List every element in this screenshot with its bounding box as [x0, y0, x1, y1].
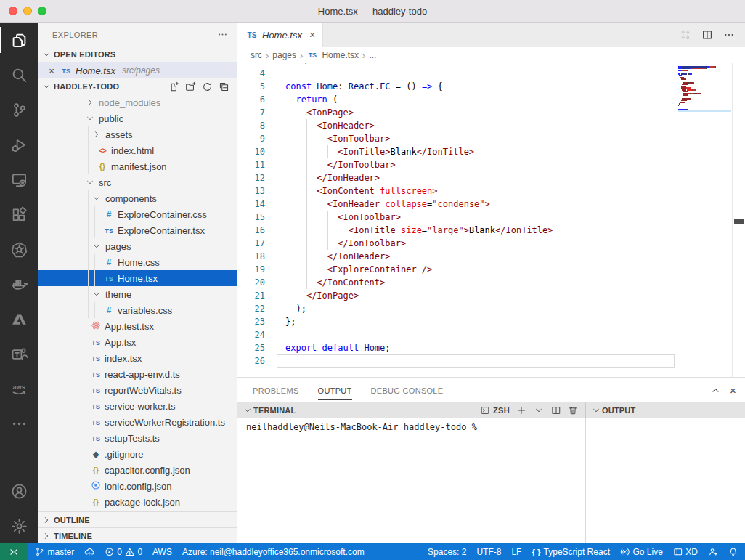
activity-item-run-and-debug[interactable]: [0, 127, 38, 162]
breadcrumb-item[interactable]: src: [251, 50, 262, 60]
open-editors-header[interactable]: OPEN EDITORS: [38, 46, 237, 62]
notifications-status[interactable]: [728, 547, 738, 557]
indentation-status[interactable]: Spaces: 2: [428, 547, 466, 557]
tree-folder-pages[interactable]: pages: [38, 238, 237, 254]
close-tab-icon[interactable]: ×: [309, 29, 315, 41]
tree-file-ionic-config-json[interactable]: ionic.config.json: [38, 478, 237, 494]
activity-item-remote-explorer[interactable]: [0, 162, 38, 197]
tree-file-explorecontainer-css[interactable]: #ExploreContainer.css: [38, 206, 237, 222]
activity-item-accounts[interactable]: [0, 474, 38, 508]
kill-terminal-icon[interactable]: [568, 405, 578, 415]
problems-status[interactable]: 00: [105, 547, 142, 557]
remote-indicator[interactable]: [0, 543, 28, 560]
tree-file-serviceworkerregistration-ts[interactable]: TSserviceWorkerRegistration.ts: [38, 414, 237, 430]
activity-item-more-views[interactable]: [0, 406, 38, 441]
xd-status[interactable]: XD: [673, 547, 698, 557]
tree-folder-node-modules[interactable]: node_modules: [38, 94, 237, 110]
tree-file-app-tsx[interactable]: TSApp.tsx: [38, 334, 237, 350]
eol-status[interactable]: LF: [511, 547, 521, 557]
activity-item-explorer[interactable]: [0, 23, 38, 57]
tree-file-service-worker-ts[interactable]: TSservice-worker.ts: [38, 398, 237, 414]
code-line-7[interactable]: 7 <IonPage>: [237, 106, 675, 119]
feedback-status[interactable]: [708, 547, 718, 557]
code-line-8[interactable]: 8 <IonHeader>: [237, 119, 675, 132]
tree-file-setuptests-ts[interactable]: TSsetupTests.ts: [38, 430, 237, 446]
tree-file-explorecontainer-tsx[interactable]: TSExploreContainer.tsx: [38, 222, 237, 238]
go-live-status[interactable]: Go Live: [620, 547, 663, 557]
outline-section-header[interactable]: OUTLINE: [38, 511, 237, 527]
activity-item-extensions[interactable]: [0, 197, 38, 232]
code-line-15[interactable]: 15 <IonToolbar>: [237, 211, 675, 224]
code-line-26[interactable]: 26: [237, 354, 675, 368]
activity-item-azure[interactable]: [0, 301, 38, 336]
tree-file-home-tsx[interactable]: TSHome.tsx: [38, 270, 237, 286]
branch-status[interactable]: master: [35, 547, 74, 557]
encoding-status[interactable]: UTF-8: [476, 547, 501, 557]
code-line-12[interactable]: 12 </IonHeader>: [237, 171, 675, 184]
editor-scrollbar[interactable]: [732, 63, 745, 377]
language-status[interactable]: { }TypeScript React: [532, 547, 610, 557]
tree-folder-public[interactable]: public: [38, 110, 237, 126]
code-line-14[interactable]: 14 <IonHeader collapse="condense">: [237, 198, 675, 211]
code-editor[interactable]: import './Home.css';45const Home: React.…: [237, 63, 745, 377]
code-line-10[interactable]: 10 <IonTitle>Blank</IonTitle>: [237, 145, 675, 158]
tree-folder-theme[interactable]: theme: [38, 286, 237, 302]
publish-status[interactable]: [84, 547, 94, 557]
activity-item-search[interactable]: [0, 57, 38, 92]
panel-tab-problems[interactable]: PROBLEMS: [253, 381, 299, 400]
breadcrumb-item[interactable]: Home.tsx: [322, 50, 359, 60]
activity-item-aws[interactable]: aws: [0, 371, 38, 406]
chevron-down-icon[interactable]: [242, 405, 253, 416]
code-line-18[interactable]: 18 </IonHeader>: [237, 250, 675, 263]
maximize-panel-icon[interactable]: [710, 385, 721, 396]
shell-indicator[interactable]: ZSH: [480, 405, 510, 415]
tree-file-capacitor-config-json[interactable]: {}capacitor.config.json: [38, 462, 237, 478]
new-file-icon[interactable]: [168, 81, 179, 92]
azure-status[interactable]: Azure: neil@haddleyoffice365.onmicrosoft…: [182, 547, 365, 557]
code-line-22[interactable]: 22 );: [237, 302, 675, 315]
split-terminal-icon[interactable]: [551, 405, 561, 415]
close-panel-icon[interactable]: ×: [730, 384, 736, 397]
tree-folder-src[interactable]: src: [38, 174, 237, 190]
terminal-dropdown-icon[interactable]: [533, 405, 545, 416]
new-terminal-icon[interactable]: [516, 405, 526, 415]
code-line-23[interactable]: 23};: [237, 315, 675, 328]
tree-file-index-tsx[interactable]: TSindex.tsx: [38, 350, 237, 366]
code-line-6[interactable]: 6 return (: [237, 93, 675, 106]
timeline-section-header[interactable]: TIMELINE: [38, 527, 237, 543]
open-changes-icon[interactable]: [680, 29, 691, 41]
code-line-16[interactable]: 16 <IonTitle size="large">Blank</IonTitl…: [237, 224, 675, 237]
scrollbar-handle[interactable]: [734, 219, 744, 224]
code-line-24[interactable]: 24: [237, 328, 675, 341]
code-line-17[interactable]: 17 </IonToolbar>: [237, 237, 675, 250]
terminal-content[interactable]: neilhaddley@Neils-MacBook-Air haddley-to…: [237, 418, 585, 543]
activity-item-source-control[interactable]: [0, 92, 38, 127]
breadcrumb-item[interactable]: pages: [272, 50, 296, 60]
project-root-header[interactable]: HADDLEY-TODO: [38, 78, 237, 94]
code-line-5[interactable]: 5const Home: React.FC = () => {: [237, 80, 675, 93]
code-line-19[interactable]: 19 <ExploreContainer />: [237, 263, 675, 276]
output-content[interactable]: [586, 418, 745, 543]
activity-item-docker[interactable]: [0, 267, 38, 301]
tree-file--gitignore[interactable]: ◆.gitignore: [38, 446, 237, 462]
aws-status[interactable]: AWS: [152, 547, 172, 557]
tree-file-reportwebvitals-ts[interactable]: TSreportWebVitals.ts: [38, 382, 237, 398]
tab-home-tsx[interactable]: TS Home.tsx ×: [237, 23, 323, 47]
more-actions-icon[interactable]: [723, 29, 735, 41]
split-editor-icon[interactable]: [701, 29, 713, 41]
code-line-9[interactable]: 9 <IonToolbar>: [237, 132, 675, 145]
code-line-4[interactable]: 4: [237, 67, 675, 80]
tree-file-manifest-json[interactable]: {}manifest.json: [38, 158, 237, 174]
new-folder-icon[interactable]: [185, 81, 196, 92]
close-editor-icon[interactable]: ×: [46, 65, 57, 76]
tree-file-variables-css[interactable]: #variables.css: [38, 302, 237, 318]
minimap[interactable]: [677, 65, 732, 113]
breadcrumb-item[interactable]: ...: [369, 50, 376, 60]
code-line-20[interactable]: 20 </IonContent>: [237, 276, 675, 289]
panel-tab-debug-console[interactable]: DEBUG CONSOLE: [371, 381, 444, 400]
explorer-more-actions-icon[interactable]: [217, 29, 228, 40]
chevron-down-icon[interactable]: [590, 405, 602, 416]
tree-file-app-test-tsx[interactable]: App.test.tsx: [38, 318, 237, 334]
code-line-11[interactable]: 11 </IonToolbar>: [237, 158, 675, 171]
activity-item-kubernetes[interactable]: [0, 232, 38, 267]
